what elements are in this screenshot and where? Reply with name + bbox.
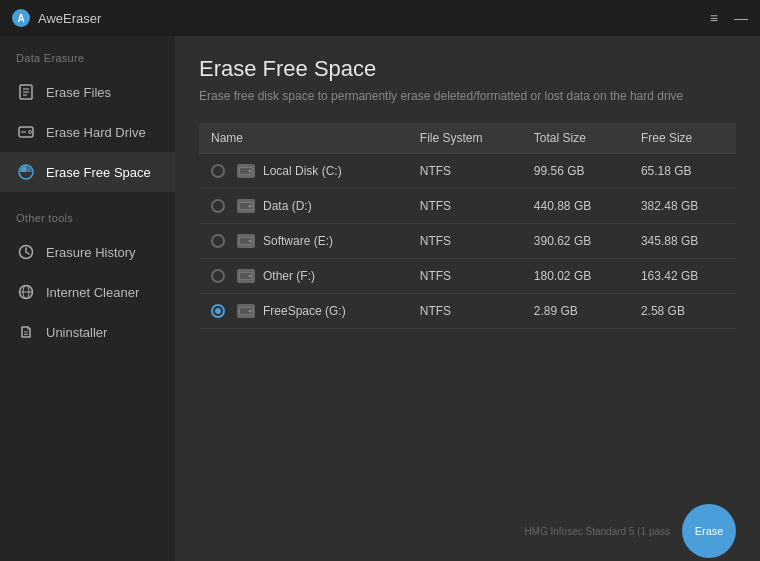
app-title: AweEraser bbox=[38, 11, 101, 26]
uninstaller-label: Uninstaller bbox=[46, 325, 107, 340]
sidebar-item-erase-files[interactable]: Erase Files bbox=[0, 72, 175, 112]
col-header-total: Total Size bbox=[522, 123, 629, 154]
sidebar-item-erase-free-space[interactable]: Erase Free Space bbox=[0, 152, 175, 192]
erasure-history-label: Erasure History bbox=[46, 245, 136, 260]
content-footer: HMG Infosec Standard 5 (1 pass Erase bbox=[175, 501, 760, 561]
row-radio[interactable] bbox=[211, 199, 225, 213]
drive-name-cell: Software (E:) bbox=[199, 223, 408, 258]
table-row[interactable]: FreeSpace (G:)NTFS2.89 GB2.58 GB bbox=[199, 293, 736, 328]
drive-total-size: 2.89 GB bbox=[522, 293, 629, 328]
drive-name: FreeSpace (G:) bbox=[263, 304, 346, 318]
app-icon: A bbox=[12, 9, 30, 27]
svg-point-19 bbox=[249, 204, 252, 207]
drive-name: Other (F:) bbox=[263, 269, 315, 283]
drive-free-size: 345.88 GB bbox=[629, 223, 736, 258]
drive-name-cell: Other (F:) bbox=[199, 258, 408, 293]
title-bar: A AweEraser ≡ — bbox=[0, 0, 760, 36]
uninstaller-icon bbox=[16, 322, 36, 342]
row-radio[interactable] bbox=[211, 269, 225, 283]
menu-icon[interactable]: ≡ bbox=[710, 10, 718, 26]
svg-point-28 bbox=[249, 309, 252, 312]
sidebar: Data Erasure Erase Files Erase bbox=[0, 36, 175, 561]
drive-icon bbox=[237, 234, 255, 248]
internet-cleaner-icon bbox=[16, 282, 36, 302]
drive-icon bbox=[237, 199, 255, 213]
main-layout: Data Erasure Erase Files Erase bbox=[0, 36, 760, 561]
erasure-history-icon bbox=[16, 242, 36, 262]
drive-total-size: 440.88 GB bbox=[522, 188, 629, 223]
drive-name-cell: Local Disk (C:) bbox=[199, 153, 408, 188]
table-row[interactable]: Other (F:)NTFS180.02 GB163.42 GB bbox=[199, 258, 736, 293]
col-header-free: Free Size bbox=[629, 123, 736, 154]
erase-button[interactable]: Erase bbox=[682, 504, 736, 558]
section-label-data-erasure: Data Erasure bbox=[0, 52, 175, 72]
drive-name: Software (E:) bbox=[263, 234, 333, 248]
svg-point-16 bbox=[249, 169, 252, 172]
row-radio[interactable] bbox=[211, 304, 225, 318]
drive-fs: NTFS bbox=[408, 223, 522, 258]
title-bar-controls: ≡ — bbox=[710, 10, 748, 26]
svg-point-25 bbox=[249, 274, 252, 277]
erase-files-label: Erase Files bbox=[46, 85, 111, 100]
drive-name: Data (D:) bbox=[263, 199, 312, 213]
sidebar-item-erasure-history[interactable]: Erasure History bbox=[0, 232, 175, 272]
drive-free-size: 2.58 GB bbox=[629, 293, 736, 328]
sidebar-item-internet-cleaner[interactable]: Internet Cleaner bbox=[0, 272, 175, 312]
svg-point-22 bbox=[249, 239, 252, 242]
drive-free-size: 382.48 GB bbox=[629, 188, 736, 223]
drive-fs: NTFS bbox=[408, 258, 522, 293]
drive-icon bbox=[237, 304, 255, 318]
page-title: Erase Free Space bbox=[199, 56, 736, 82]
sidebar-item-erase-hard-drive[interactable]: Erase Hard Drive bbox=[0, 112, 175, 152]
drive-total-size: 99.56 GB bbox=[522, 153, 629, 188]
drive-name-cell: Data (D:) bbox=[199, 188, 408, 223]
drive-fs: NTFS bbox=[408, 188, 522, 223]
minimize-icon[interactable]: — bbox=[734, 10, 748, 26]
erase-hard-drive-icon bbox=[16, 122, 36, 142]
content-area: Erase Free Space Erase free disk space t… bbox=[175, 36, 760, 561]
table-row[interactable]: Software (E:)NTFS390.62 GB345.88 GB bbox=[199, 223, 736, 258]
table-row[interactable]: Data (D:)NTFS440.88 GB382.48 GB bbox=[199, 188, 736, 223]
col-header-name: Name bbox=[199, 123, 408, 154]
drive-total-size: 390.62 GB bbox=[522, 223, 629, 258]
page-subtitle: Erase free disk space to permanently era… bbox=[199, 88, 736, 105]
drive-icon bbox=[237, 269, 255, 283]
drive-table-container: Name File System Total Size Free Size Lo… bbox=[175, 123, 760, 501]
drive-free-size: 163.42 GB bbox=[629, 258, 736, 293]
title-bar-left: A AweEraser bbox=[12, 9, 101, 27]
col-header-fs: File System bbox=[408, 123, 522, 154]
erase-files-icon bbox=[16, 82, 36, 102]
drive-free-size: 65.18 GB bbox=[629, 153, 736, 188]
drive-total-size: 180.02 GB bbox=[522, 258, 629, 293]
row-radio[interactable] bbox=[211, 234, 225, 248]
drive-name: Local Disk (C:) bbox=[263, 164, 342, 178]
drive-name-cell: FreeSpace (G:) bbox=[199, 293, 408, 328]
table-row[interactable]: Local Disk (C:)NTFS99.56 GB65.18 GB bbox=[199, 153, 736, 188]
sidebar-item-uninstaller[interactable]: Uninstaller bbox=[0, 312, 175, 352]
row-radio[interactable] bbox=[211, 164, 225, 178]
drive-table: Name File System Total Size Free Size Lo… bbox=[199, 123, 736, 329]
content-header: Erase Free Space Erase free disk space t… bbox=[175, 36, 760, 113]
erase-hard-drive-label: Erase Hard Drive bbox=[46, 125, 146, 140]
drive-fs: NTFS bbox=[408, 293, 522, 328]
internet-cleaner-label: Internet Cleaner bbox=[46, 285, 139, 300]
erase-free-space-label: Erase Free Space bbox=[46, 165, 151, 180]
drive-fs: NTFS bbox=[408, 153, 522, 188]
drive-icon bbox=[237, 164, 255, 178]
erase-free-space-icon bbox=[16, 162, 36, 182]
table-header-row: Name File System Total Size Free Size bbox=[199, 123, 736, 154]
section-label-other-tools: Other tools bbox=[0, 212, 175, 232]
svg-point-5 bbox=[29, 131, 32, 134]
hmg-label: HMG Infosec Standard 5 (1 pass bbox=[524, 526, 670, 537]
